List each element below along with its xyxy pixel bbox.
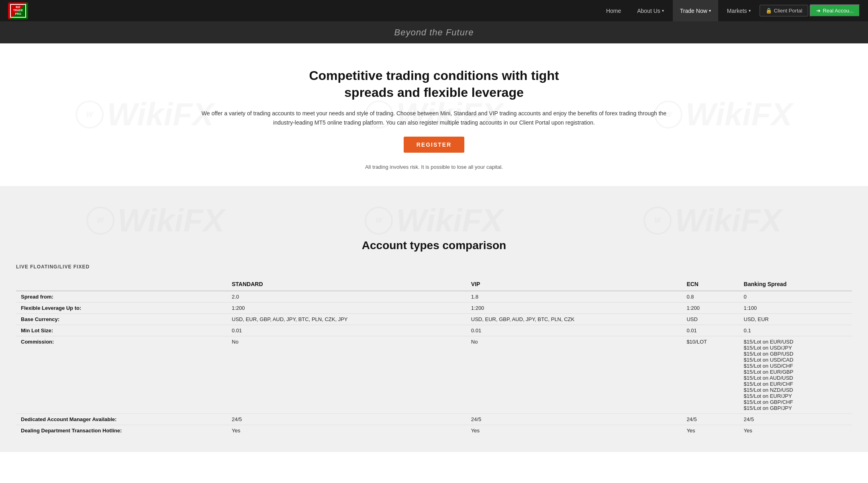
register-button[interactable]: REGISTER — [404, 137, 465, 153]
row-cell-vip: 24/5 — [466, 413, 682, 425]
navbar: BIZTRADEPRO Home About Us ▾ Trade Now ▾ … — [0, 0, 868, 21]
chevron-down-icon: ▾ — [662, 8, 664, 13]
comparison-table: STANDARD VIP ECN Banking Spread Spread f… — [16, 278, 852, 436]
hero-banner: Beyond the Future — [0, 21, 868, 43]
row-cell-ecn: 24/5 — [682, 413, 739, 425]
row-cell-ecn: Yes — [682, 425, 739, 436]
col-header-vip: VIP — [466, 278, 682, 291]
row-cell-vip: 1.8 — [466, 291, 682, 303]
table-row: Flexible Leverage Up to:1:2001:2001:2001… — [16, 302, 852, 313]
row-label: Commission: — [16, 336, 227, 413]
row-cell-ecn: 1:200 — [682, 302, 739, 313]
logo[interactable]: BIZTRADEPRO — [8, 2, 28, 19]
row-cell-vip: No — [466, 336, 682, 413]
lock-icon: 🔒 — [766, 8, 772, 14]
row-cell-ecn: 0.01 — [682, 325, 739, 336]
table-row: Min Lot Size:0.010.010.010.1 — [16, 325, 852, 336]
chevron-down-icon: ▾ — [709, 8, 711, 13]
row-label: Min Lot Size: — [16, 325, 227, 336]
watermark-overlay: W WikiFX W WikiFX W WikiFX — [16, 202, 852, 239]
row-cell-banking: 1:100 — [739, 302, 852, 313]
table-row: Commission:NoNo$10/LOT$15/Lot on EUR/USD… — [16, 336, 852, 413]
row-cell-standard: 2.0 — [227, 291, 466, 303]
row-cell-standard: 24/5 — [227, 413, 466, 425]
table-header-row: STANDARD VIP ECN Banking Spread — [16, 278, 852, 291]
row-cell-ecn: 0.8 — [682, 291, 739, 303]
main-section: W WikiFX W WikiFX W WikiFX Competitive t… — [0, 43, 868, 186]
col-header-ecn: ECN — [682, 278, 739, 291]
risk-warning: All trading involves risk. It is possibl… — [8, 164, 860, 170]
nav-trade-now[interactable]: Trade Now ▾ — [673, 0, 718, 21]
row-cell-standard: No — [227, 336, 466, 413]
row-cell-ecn: $10/LOT — [682, 336, 739, 413]
row-cell-banking: $15/Lot on EUR/USD $15/Lot on USD/JPY $1… — [739, 336, 852, 413]
client-portal-button[interactable]: 🔒 Client Portal — [760, 5, 809, 16]
main-title: Competitive trading conditions with tigh… — [294, 68, 575, 101]
main-description: We offer a variety of trading accounts t… — [193, 109, 675, 127]
row-cell-vip: 1:200 — [466, 302, 682, 313]
hero-tagline: Beyond the Future — [394, 27, 474, 38]
comparison-section: W WikiFX W WikiFX W WikiFX Account types… — [0, 186, 868, 452]
nav-links: Home About Us ▾ Trade Now ▾ Markets ▾ 🔒 … — [599, 0, 860, 21]
row-label: Flexible Leverage Up to: — [16, 302, 227, 313]
row-cell-vip: Yes — [466, 425, 682, 436]
nav-about[interactable]: About Us ▾ — [630, 0, 671, 21]
row-cell-banking: 0.1 — [739, 325, 852, 336]
col-header-banking: Banking Spread — [739, 278, 852, 291]
col-header-standard: STANDARD — [227, 278, 466, 291]
row-label: Dealing Department Transaction Hotline: — [16, 425, 227, 436]
table-row: Spread from:2.01.80.80 — [16, 291, 852, 303]
arrow-right-icon: ➜ — [816, 8, 821, 14]
table-row: Dedicated Account Manager Available:24/5… — [16, 413, 852, 425]
row-cell-standard: 0.01 — [227, 325, 466, 336]
real-account-button[interactable]: ➜ Real Accou... — [810, 4, 860, 17]
nav-home[interactable]: Home — [599, 0, 628, 21]
table-row: Dealing Department Transaction Hotline:Y… — [16, 425, 852, 436]
table-row: Base Currency:USD, EUR, GBP, AUD, JPY, B… — [16, 313, 852, 325]
comparison-title: Account types comparison — [16, 239, 852, 252]
row-cell-vip: USD, EUR, GBP, AUD, JPY, BTC, PLN, CZK — [466, 313, 682, 325]
row-label: Spread from: — [16, 291, 227, 303]
nav-markets[interactable]: Markets ▾ — [720, 0, 758, 21]
row-cell-banking: USD, EUR — [739, 313, 852, 325]
row-cell-banking: 24/5 — [739, 413, 852, 425]
row-cell-banking: Yes — [739, 425, 852, 436]
row-label: Base Currency: — [16, 313, 227, 325]
row-label: Dedicated Account Manager Available: — [16, 413, 227, 425]
row-cell-standard: Yes — [227, 425, 466, 436]
row-cell-standard: 1:200 — [227, 302, 466, 313]
row-cell-banking: 0 — [739, 291, 852, 303]
section-label: LIVE FLOATING/LIVE FIXED — [16, 264, 852, 270]
row-cell-ecn: USD — [682, 313, 739, 325]
col-header-label — [16, 278, 227, 291]
row-cell-vip: 0.01 — [466, 325, 682, 336]
chevron-down-icon: ▾ — [749, 8, 751, 13]
row-cell-standard: USD, EUR, GBP, AUD, JPY, BTC, PLN, CZK, … — [227, 313, 466, 325]
